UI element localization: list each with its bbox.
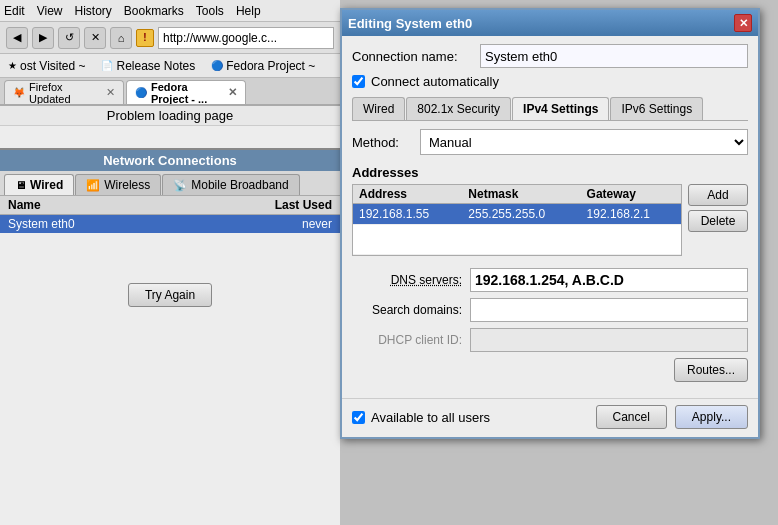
dialog-titlebar: Editing System eth0 ✕: [342, 10, 758, 36]
addr-table-wrap: Address Netmask Gateway 192.168.1.55 255…: [352, 184, 682, 260]
url-bar[interactable]: [158, 27, 334, 49]
dhcp-client-id-input[interactable]: [470, 328, 748, 352]
delete-address-button[interactable]: Delete: [688, 210, 748, 232]
dns-servers-label: DNS servers:: [352, 273, 462, 287]
addr-table-container: Address Netmask Gateway 192.168.1.55 255…: [352, 184, 682, 256]
menu-history[interactable]: History: [74, 4, 111, 18]
search-domains-label: Search domains:: [352, 303, 462, 317]
add-address-button[interactable]: Add: [688, 184, 748, 206]
forward-button[interactable]: ▶: [32, 27, 54, 49]
network-connections-panel: Network Connections 🖥 Wired 📶 Wireless 📡…: [0, 148, 340, 315]
dhcp-client-id-row: DHCP client ID:: [352, 328, 748, 352]
home-button[interactable]: ⌂: [110, 27, 132, 49]
reload-button[interactable]: ↺: [58, 27, 80, 49]
dns-servers-row: DNS servers:: [352, 268, 748, 292]
dtab-ipv4[interactable]: IPv4 Settings: [512, 97, 609, 120]
bookmark-fedora-icon: 🔵: [211, 60, 223, 71]
nctab-mobile-broadband[interactable]: 📡 Mobile Broadband: [162, 174, 299, 195]
tab-close-fedora[interactable]: ✕: [228, 86, 237, 99]
method-select[interactable]: Manual Automatic (DHCP) Link-Local Only …: [420, 129, 748, 155]
tab-close-firefox[interactable]: ✕: [106, 86, 115, 99]
routes-button[interactable]: Routes...: [674, 358, 748, 382]
menu-help[interactable]: Help: [236, 4, 261, 18]
tab-fedora-icon: 🔵: [135, 87, 147, 98]
addr-cell-address: 192.168.1.55: [353, 204, 462, 225]
dialog-body: Connection name: Connect automatically W…: [342, 36, 758, 398]
netconn-list: System eth0 never: [0, 215, 340, 275]
dns-servers-input[interactable]: [470, 268, 748, 292]
connection-name-row: Connection name:: [352, 44, 748, 68]
table-row-empty: [353, 225, 681, 255]
bookmark-release-notes[interactable]: 📄 Release Notes: [97, 58, 199, 74]
routes-row: Routes...: [352, 358, 748, 382]
tab-fedora-project[interactable]: 🔵 Fedora Project - ... ✕: [126, 80, 246, 104]
addresses-title: Addresses: [352, 165, 748, 180]
addresses-section: Addresses Address Netmask Gateway: [352, 165, 748, 260]
problem-page-title: Problem loading page: [0, 106, 340, 126]
search-domains-input[interactable]: [470, 298, 748, 322]
connect-auto-row: Connect automatically: [352, 74, 748, 89]
dtab-wired[interactable]: Wired: [352, 97, 405, 120]
dtab-ipv6[interactable]: IPv6 Settings: [610, 97, 703, 120]
connect-auto-label: Connect automatically: [371, 74, 499, 89]
dialog-close-button[interactable]: ✕: [734, 14, 752, 32]
bookmark-fedora-project[interactable]: 🔵 Fedora Project ~: [207, 58, 319, 74]
table-row[interactable]: 192.168.1.55 255.255.255.0 192.168.2.1: [353, 204, 681, 225]
bookmarks-bar: ★ ost Visited ~ 📄 Release Notes 🔵 Fedora…: [0, 54, 340, 78]
tab-firefox-icon: 🦊: [13, 87, 25, 98]
netconn-row[interactable]: System eth0 never: [0, 215, 340, 233]
menu-edit[interactable]: Edit: [4, 4, 25, 18]
netconn-list-header: Name Last Used: [0, 196, 340, 215]
method-label: Method:: [352, 135, 412, 150]
available-all-users-label: Available to all users: [371, 410, 490, 425]
available-all-users-checkbox[interactable]: [352, 411, 365, 424]
browser-toolbar: ◀ ▶ ↺ ✕ ⌂ !: [0, 22, 340, 54]
dialog-footer: Available to all users Cancel Apply...: [342, 398, 758, 437]
method-row: Method: Manual Automatic (DHCP) Link-Loc…: [352, 129, 748, 155]
addr-col-address: Address: [353, 185, 462, 204]
search-domains-row: Search domains:: [352, 298, 748, 322]
addr-cell-gateway: 192.168.2.1: [581, 204, 681, 225]
tab-firefox-updated[interactable]: 🦊 Firefox Updated ✕: [4, 80, 124, 104]
connection-name-label: Connection name:: [352, 49, 472, 64]
menu-view[interactable]: View: [37, 4, 63, 18]
dialog-tabs: Wired 802.1x Security IPv4 Settings IPv6…: [352, 97, 748, 121]
menu-tools[interactable]: Tools: [196, 4, 224, 18]
dialog-title: Editing System eth0: [348, 16, 472, 31]
warning-icon: !: [136, 29, 154, 47]
netconn-tabs: 🖥 Wired 📶 Wireless 📡 Mobile Broadband: [0, 171, 340, 196]
netconn-footer: Try Again: [0, 275, 340, 315]
nctab-wired[interactable]: 🖥 Wired: [4, 174, 74, 195]
wired-icon: 🖥: [15, 179, 26, 191]
mobile-icon: 📡: [173, 179, 187, 192]
bookmark-most-visited[interactable]: ★ ost Visited ~: [4, 58, 89, 74]
netconn-title: Network Connections: [0, 150, 340, 171]
dhcp-client-id-label: DHCP client ID:: [352, 333, 462, 347]
browser-tabs: 🦊 Firefox Updated ✕ 🔵 Fedora Project - .…: [0, 78, 340, 106]
bookmark-star-icon: ★: [8, 60, 17, 71]
dtab-802-1x[interactable]: 802.1x Security: [406, 97, 511, 120]
menu-bookmarks[interactable]: Bookmarks: [124, 4, 184, 18]
available-all-users-row: Available to all users: [352, 410, 490, 425]
addr-col-netmask: Netmask: [462, 185, 580, 204]
addr-table: Address Netmask Gateway 192.168.1.55 255…: [353, 185, 681, 255]
edit-dialog: Editing System eth0 ✕ Connection name: C…: [340, 8, 760, 439]
stop-button[interactable]: ✕: [84, 27, 106, 49]
connection-name-input[interactable]: [480, 44, 748, 68]
try-again-button[interactable]: Try Again: [128, 283, 212, 307]
addr-btn-col: Add Delete: [688, 184, 748, 260]
addr-col-gateway: Gateway: [581, 185, 681, 204]
nctab-wireless[interactable]: 📶 Wireless: [75, 174, 161, 195]
addr-cell-netmask: 255.255.255.0: [462, 204, 580, 225]
addr-section-row: Address Netmask Gateway 192.168.1.55 255…: [352, 184, 748, 260]
footer-buttons: Cancel Apply...: [596, 405, 749, 429]
apply-button[interactable]: Apply...: [675, 405, 748, 429]
cancel-button[interactable]: Cancel: [596, 405, 667, 429]
bookmark-doc-icon: 📄: [101, 60, 113, 71]
back-button[interactable]: ◀: [6, 27, 28, 49]
wireless-icon: 📶: [86, 179, 100, 192]
connect-auto-checkbox[interactable]: [352, 75, 365, 88]
browser-menubar: Edit View History Bookmarks Tools Help: [0, 0, 340, 22]
